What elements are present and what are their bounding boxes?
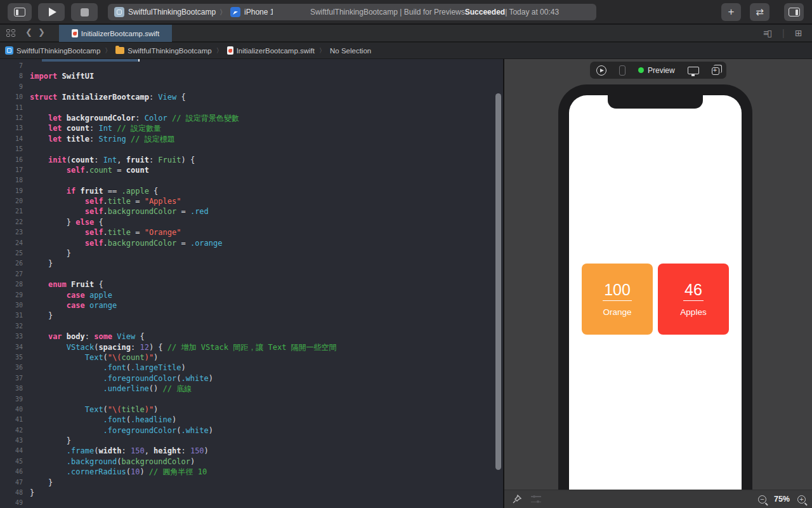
device-settings-button[interactable]: [681, 62, 705, 79]
duplicate-preview-button[interactable]: [705, 62, 728, 79]
code-lines[interactable]: 78import SwiftUI910struct InitializerBoo…: [0, 61, 503, 508]
code-line[interactable]: 47 }: [0, 478, 503, 488]
code-line[interactable]: 17 self.count = count: [0, 165, 503, 175]
code-line[interactable]: 13 let count: Int // 設定數量: [0, 123, 503, 133]
line-number: 31: [0, 311, 23, 321]
code-line[interactable]: 12 let backgroundColor: Color // 設定背景色變數: [0, 113, 503, 123]
code-line[interactable]: 11: [0, 103, 503, 113]
live-preview-button[interactable]: [590, 62, 613, 79]
code-line[interactable]: 27: [0, 269, 503, 279]
line-number: 32: [0, 321, 23, 331]
line-content: }: [30, 478, 53, 488]
code-line[interactable]: 35 Text("\(count)"): [0, 352, 503, 363]
code-line[interactable]: 20 self.title = "Apples": [0, 196, 503, 206]
code-line[interactable]: 7: [0, 61, 503, 71]
code-line[interactable]: 32: [0, 321, 503, 331]
related-items-icon[interactable]: [6, 29, 15, 37]
code-line[interactable]: 10struct InitializerBootcamp: View {: [0, 92, 503, 102]
line-content: let count: Int // 設定數量: [30, 123, 161, 133]
code-line[interactable]: 37 .foregroundColor(.white): [0, 373, 503, 384]
code-line[interactable]: 21 self.backgroundColor = .red: [0, 206, 503, 217]
code-line[interactable]: 40 Text("\(title)"): [0, 404, 503, 415]
stop-button[interactable]: [71, 3, 98, 21]
code-line[interactable]: 49: [0, 498, 503, 508]
swift-file-icon: [227, 46, 233, 55]
forward-button[interactable]: ❯: [38, 27, 45, 37]
code-line[interactable]: 30 case orange: [0, 300, 503, 311]
version-editor-button[interactable]: ⇄: [750, 3, 769, 21]
zoom-in-icon[interactable]: +: [797, 495, 806, 504]
line-number: 23: [0, 227, 23, 237]
tab-initializerbootcamp[interactable]: InitializerBootcamp.swift: [59, 25, 172, 42]
line-content: let title: String // 設定標題: [30, 134, 175, 144]
editor-scrollbar-thumb[interactable]: [495, 93, 501, 470]
code-line[interactable]: 23 self.title = "Orange": [0, 227, 503, 237]
toolbar: SwiftfulThinkingBootcamp 〉 iPhone 12 Swi…: [0, 0, 812, 24]
line-content: Text("\(count)"): [30, 352, 158, 363]
code-line[interactable]: 18: [0, 175, 503, 185]
line-number: 33: [0, 331, 23, 342]
code-line[interactable]: 26 }: [0, 258, 503, 269]
back-button[interactable]: ❮: [25, 27, 32, 37]
breadcrumb-item[interactable]: InitializerBootcamp.swift: [227, 46, 315, 55]
code-line[interactable]: 24 self.backgroundColor = .orange: [0, 238, 503, 248]
code-line[interactable]: 31 }: [0, 311, 503, 321]
line-content: .underline() // 底線: [30, 384, 192, 394]
zoom-out-icon[interactable]: −: [758, 495, 766, 504]
code-line[interactable]: 25 }: [0, 248, 503, 258]
preview-on-device-button[interactable]: [613, 62, 632, 79]
scheme-selector[interactable]: SwiftfulThinkingBootcamp 〉 iPhone 12: [108, 4, 285, 20]
code-line[interactable]: 19 if fruit == .apple {: [0, 186, 503, 196]
code-line[interactable]: 42 .foregroundColor(.white): [0, 425, 503, 436]
scheme-project-name[interactable]: SwiftfulThinkingBootcamp: [128, 8, 216, 17]
code-line[interactable]: 33 var body: some View {: [0, 331, 503, 342]
code-line[interactable]: 46 .cornerRadius(10) // 圓角半徑 10: [0, 467, 503, 477]
code-line[interactable]: 48}: [0, 488, 503, 498]
code-line[interactable]: 41 .font(.headline): [0, 415, 503, 425]
code-line[interactable]: 8import SwiftUI: [0, 71, 503, 81]
code-line[interactable]: 36 .font(.largeTitle): [0, 363, 503, 373]
library-add-button[interactable]: +: [721, 3, 741, 21]
line-number: 24: [0, 238, 23, 248]
code-line[interactable]: 15: [0, 144, 503, 154]
code-line[interactable]: 45 .background(backgroundColor): [0, 457, 503, 467]
code-line[interactable]: 44 .frame(width: 150, height: 150): [0, 446, 503, 456]
code-line[interactable]: 43 }: [0, 436, 503, 446]
pin-icon[interactable]: [512, 494, 522, 504]
line-content: self.count = count: [30, 165, 149, 175]
activity-status-bar: SwiftfulThinkingBootcamp | Build for Pre…: [273, 4, 596, 20]
toggle-right-inspector-button[interactable]: [784, 3, 804, 21]
code-line[interactable]: 34 VStack(spacing: 12) { // 增加 VStack 間距…: [0, 342, 503, 352]
editor-options-icon[interactable]: ≡▯: [763, 28, 771, 38]
toggle-left-sidebar-button[interactable]: [8, 3, 32, 21]
breadcrumb-item[interactable]: SwiftfulThinkingBootcamp: [115, 47, 211, 55]
line-number: 30: [0, 300, 23, 311]
line-content: if fruit == .apple {: [30, 186, 158, 196]
canvas-adjust-icon[interactable]: [531, 496, 541, 502]
code-line[interactable]: 29 case apple: [0, 290, 503, 300]
line-content: self.backgroundColor = .orange: [30, 238, 222, 248]
code-line[interactable]: 28 enum Fruit {: [0, 279, 503, 290]
preview-status: Preview: [632, 62, 681, 79]
line-content: Text("\(title)"): [30, 404, 158, 415]
line-number: 25: [0, 248, 23, 258]
sidebar-left-icon: [14, 8, 25, 17]
destination-icon: [230, 7, 240, 17]
code-line[interactable]: 38 .underline() // 底線: [0, 384, 503, 394]
code-line[interactable]: 22 } else {: [0, 217, 503, 227]
project-icon: [5, 46, 13, 55]
code-line[interactable]: 39: [0, 394, 503, 404]
breadcrumb-chevron: 〉: [319, 46, 325, 55]
breadcrumb-item[interactable]: SwiftfulThinkingBootcamp: [5, 46, 100, 55]
line-number: 11: [0, 103, 23, 113]
canvas-bottom-bar: − 75% +: [504, 490, 812, 508]
code-line[interactable]: 16 init(count: Int, fruit: Fruit) {: [0, 155, 503, 165]
breadcrumb-item[interactable]: No Selection: [330, 47, 371, 55]
code-line[interactable]: 9: [0, 82, 503, 92]
add-editor-icon[interactable]: ⊞: [795, 28, 802, 38]
source-editor[interactable]: 78import SwiftUI910struct InitializerBoo…: [0, 59, 503, 508]
code-line[interactable]: 14 let title: String // 設定標題: [0, 134, 503, 144]
run-button[interactable]: [38, 3, 65, 21]
zoom-level[interactable]: 75%: [774, 495, 790, 504]
line-number: 39: [0, 394, 23, 404]
